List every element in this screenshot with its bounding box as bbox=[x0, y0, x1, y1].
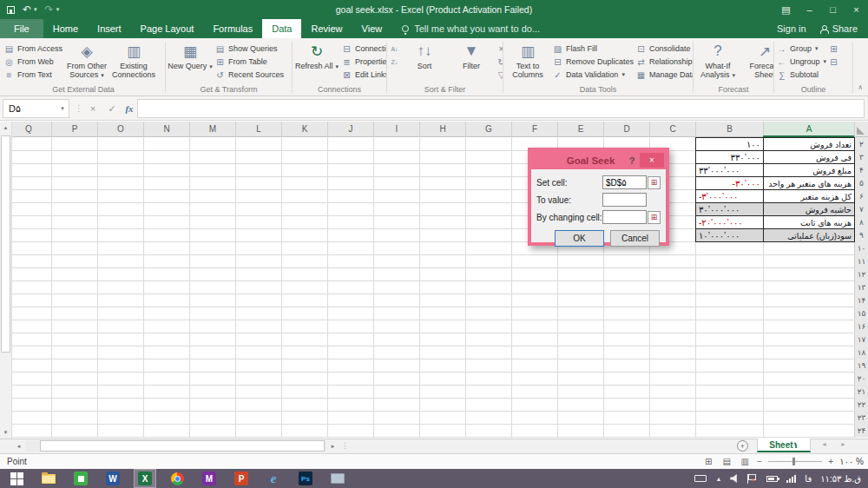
row-header-23[interactable]: ۲۳ bbox=[854, 411, 868, 425]
save-icon[interactable] bbox=[7, 6, 15, 14]
cell-B6[interactable]: -۳’۰۰۰’۰۰۰ bbox=[695, 189, 764, 203]
row-header-13[interactable]: ۱۳ bbox=[854, 280, 868, 294]
cell-A9[interactable]: سود(زیان) عملیاتی bbox=[763, 228, 855, 242]
consolidate-button[interactable]: ⊡Consolidate bbox=[635, 43, 693, 55]
from-other-sources-button[interactable]: ◈From Other Sources ▾ bbox=[64, 40, 109, 84]
cell-B3[interactable]: ۳۳۰’۰۰۰ bbox=[695, 150, 764, 164]
row-header-12[interactable]: ۱۲ bbox=[854, 267, 868, 281]
word-icon[interactable]: W bbox=[102, 470, 123, 487]
tab-page-layout[interactable]: Page Layout bbox=[131, 19, 204, 38]
row-header-7[interactable]: ۷ bbox=[854, 202, 868, 216]
row-header-8[interactable]: ۸ bbox=[854, 215, 868, 229]
add-sheet-button[interactable]: + bbox=[737, 440, 748, 452]
goal-seek-title-bar[interactable]: Goal Seek ? × bbox=[531, 151, 666, 169]
row-header-24[interactable]: ۲۴ bbox=[854, 424, 868, 438]
existing-connections-button[interactable]: ▥Existing Connections bbox=[111, 40, 156, 84]
refresh-all-button[interactable]: ↻Refresh All ▾ bbox=[294, 40, 339, 84]
language-indicator[interactable]: فا bbox=[805, 474, 812, 484]
by-changing-cell-range-selector-icon[interactable]: ⊞ bbox=[648, 211, 661, 224]
column-header-B[interactable]: B bbox=[695, 122, 763, 137]
connections-button[interactable]: ⊟Connections bbox=[341, 43, 386, 55]
group-button[interactable]: →Group▾ bbox=[776, 43, 826, 55]
tab-data[interactable]: Data bbox=[262, 19, 301, 38]
collapse-ribbon-button[interactable]: ∧ bbox=[858, 83, 863, 91]
tab-view[interactable]: View bbox=[352, 19, 392, 38]
show-detail-button[interactable]: ⊞ bbox=[828, 43, 839, 55]
reapply-button[interactable]: ↻Reapply bbox=[496, 56, 503, 68]
row-header-5[interactable]: ۵ bbox=[854, 176, 868, 190]
close-button[interactable]: × bbox=[845, 4, 868, 16]
set-cell-input[interactable] bbox=[602, 175, 647, 189]
column-header-P[interactable]: P bbox=[51, 122, 97, 137]
video-app-icon[interactable] bbox=[327, 470, 348, 487]
cell-A3[interactable]: فی فروش bbox=[763, 150, 855, 164]
photoshop-icon[interactable]: Ps bbox=[295, 470, 316, 487]
undo-dropdown-icon[interactable]: ▾ bbox=[34, 6, 37, 13]
clear-button[interactable]: ×Clear bbox=[496, 43, 503, 55]
tab-formulas[interactable]: Formulas bbox=[203, 19, 262, 38]
from-access-button[interactable]: ▤From Access bbox=[3, 43, 62, 55]
new-query-button[interactable]: ▦New Query ▾ bbox=[168, 40, 213, 84]
zoom-slider-thumb[interactable] bbox=[792, 458, 795, 465]
powerpoint-icon[interactable]: P bbox=[231, 470, 252, 487]
properties-button[interactable]: ≣Properties bbox=[341, 56, 386, 68]
cell-B9[interactable]: ۱۰’۰۰۰’۰۰۰ bbox=[695, 228, 764, 242]
internet-explorer-icon[interactable]: e bbox=[263, 470, 284, 487]
scroll-left-arrow[interactable]: ◄ bbox=[12, 440, 25, 452]
customize-qat-icon[interactable]: ▾ bbox=[56, 6, 60, 13]
hide-detail-button[interactable]: ⊟ bbox=[828, 56, 839, 68]
zoom-slider[interactable] bbox=[768, 461, 822, 462]
touch-keyboard-icon[interactable] bbox=[694, 475, 707, 482]
sheet-tab-active[interactable]: Sheet۱ bbox=[757, 439, 811, 452]
cell-A5[interactable]: هزینه های متغیر هر واحد bbox=[763, 176, 855, 190]
battery-icon[interactable] bbox=[766, 476, 778, 482]
text-to-columns-button[interactable]: ▥Text to Columns bbox=[505, 40, 550, 84]
tab-splitter-handle[interactable]: ⋮ bbox=[341, 441, 349, 450]
action-center-flag-icon[interactable]: × bbox=[747, 474, 758, 484]
from-web-button[interactable]: ◎From Web bbox=[3, 56, 62, 68]
cell-A8[interactable]: هزینه های ثابت bbox=[763, 215, 855, 229]
cell-B7[interactable]: ۳۰’۰۰۰’۰۰۰ bbox=[695, 202, 764, 216]
normal-view-button[interactable]: ⊞ bbox=[702, 457, 714, 466]
scroll-right-arrow[interactable]: ► bbox=[326, 440, 339, 452]
volume-icon[interactable] bbox=[730, 474, 739, 483]
to-value-input[interactable] bbox=[602, 193, 647, 207]
set-cell-range-selector-icon[interactable]: ⊞ bbox=[648, 176, 661, 189]
row-header-2[interactable]: ۲ bbox=[854, 137, 868, 151]
remove-duplicates-button[interactable]: ⊟Remove Duplicates bbox=[552, 56, 634, 68]
cell-A7[interactable]: حاشیه فروش bbox=[763, 202, 855, 216]
row-header-22[interactable]: ۲۲ bbox=[854, 398, 868, 412]
restore-button[interactable]: □ bbox=[821, 4, 845, 16]
row-header-6[interactable]: ۶ bbox=[854, 189, 868, 203]
purple-media-app-icon[interactable]: M bbox=[199, 470, 220, 487]
confirm-entry-button[interactable]: ✓ bbox=[102, 99, 122, 118]
manage-data-model-button[interactable]: ▦Manage Data Model bbox=[635, 69, 693, 81]
subtotal-button[interactable]: ∑Subtotal bbox=[776, 69, 826, 81]
column-header-I[interactable]: I bbox=[373, 122, 419, 137]
insert-function-button[interactable]: fx bbox=[120, 99, 139, 118]
sheet-nav-right-icon[interactable]: ► bbox=[840, 441, 846, 447]
sheet-nav-left-icon[interactable]: ◄ bbox=[821, 441, 827, 447]
row-header-21[interactable]: ۲۱ bbox=[854, 385, 868, 399]
data-validation-button[interactable]: ✓Data Validation▾ bbox=[552, 69, 634, 81]
excel-icon[interactable]: X bbox=[135, 470, 155, 487]
row-header-20[interactable]: ۲۰ bbox=[854, 372, 868, 386]
horizontal-scroll-thumb[interactable] bbox=[40, 440, 325, 452]
ungroup-button[interactable]: ←Ungroup▾ bbox=[776, 56, 826, 68]
minimize-button[interactable]: – bbox=[798, 4, 821, 16]
cell-B4[interactable]: ۳۳’۰۰۰’۰۰۰ bbox=[695, 163, 764, 177]
cancel-entry-button[interactable]: × bbox=[83, 99, 102, 118]
green-app-icon[interactable] bbox=[70, 470, 91, 487]
recent-sources-button[interactable]: ↺Recent Sources bbox=[214, 69, 284, 81]
by-changing-cell-input[interactable] bbox=[602, 210, 647, 224]
relationships-button[interactable]: ⇄Relationships bbox=[635, 56, 693, 68]
vertical-scrollbar[interactable]: ▲ ▼ bbox=[0, 122, 12, 439]
redo-button[interactable]: ↷ bbox=[45, 4, 54, 15]
column-header-O[interactable]: O bbox=[97, 122, 143, 137]
flash-fill-button[interactable]: ▨Flash Fill bbox=[552, 43, 634, 55]
row-header-3[interactable]: ۳ bbox=[854, 150, 868, 164]
name-box-dropdown-icon[interactable]: ▾ bbox=[56, 105, 69, 112]
ok-button[interactable]: OK bbox=[555, 230, 604, 247]
tell-me-box[interactable]: Tell me what you want to do... bbox=[402, 19, 540, 38]
sort-descending-button[interactable]: Z↓ bbox=[389, 56, 400, 68]
